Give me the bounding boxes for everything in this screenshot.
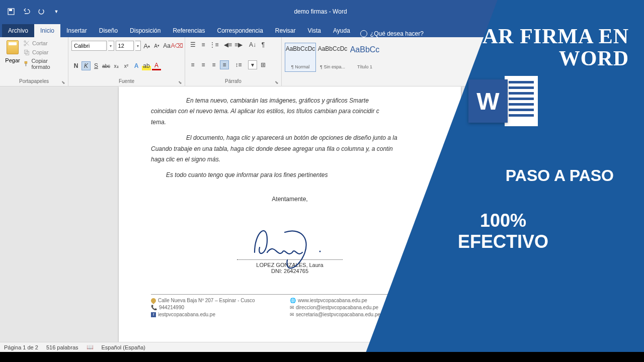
tab-insert[interactable]: Insertar xyxy=(60,24,93,37)
facebook-icon: f xyxy=(151,312,156,317)
chevron-down-icon[interactable]: ▾ xyxy=(108,41,114,51)
shrink-font-button[interactable]: A▾ xyxy=(152,41,161,50)
show-marks-button[interactable]: ¶ xyxy=(259,40,268,49)
tab-review[interactable]: Revisar xyxy=(269,24,302,37)
svg-point-9 xyxy=(319,251,321,252)
scissors-icon xyxy=(23,40,30,47)
svg-point-2 xyxy=(39,9,44,14)
font-size-select[interactable]: 12 xyxy=(116,41,134,51)
tab-help[interactable]: Ayuda xyxy=(327,24,356,37)
footer-fb: iestpvcopacabana.edu.pe xyxy=(158,312,215,317)
svg-rect-1 xyxy=(9,9,12,11)
font-color-button[interactable]: A xyxy=(152,61,161,70)
body-text: tema. xyxy=(151,118,429,127)
copy-icon xyxy=(23,49,30,56)
cut-button[interactable]: Cortar xyxy=(22,39,65,47)
justify-button[interactable]: ≡ xyxy=(220,60,229,69)
tell-me-label: ¿Qué desea hacer? xyxy=(370,30,424,37)
style-normal[interactable]: AaBbCcDc ¶ Normal xyxy=(285,43,316,72)
clipboard-label: Portapapeles xyxy=(3,78,65,85)
change-case-button[interactable]: Aa xyxy=(163,41,171,50)
language-indicator[interactable]: Español (España) xyxy=(102,344,145,350)
format-painter-button[interactable]: Copiar formato xyxy=(22,57,65,70)
line-spacing-button[interactable]: ↕≡ xyxy=(234,60,243,69)
redo-icon[interactable] xyxy=(37,8,45,16)
group-paragraph: ☰ ≡ ⋮≡ ◀≡ ≡▶ A↓ ¶ ≡ ≡ ≡ ≡ ↕≡ ▾ ⊞ xyxy=(185,37,282,86)
tab-design[interactable]: Diseño xyxy=(93,24,124,37)
tab-home[interactable]: Inicio xyxy=(34,24,60,37)
strike-button[interactable]: abc xyxy=(102,61,111,70)
paragraph-label: Párrafo xyxy=(188,78,278,85)
bulb-icon xyxy=(360,30,367,37)
page-indicator[interactable]: Página 1 de 2 xyxy=(4,344,38,350)
font-name-select[interactable]: Calibri xyxy=(71,41,107,51)
footer-email: direccion@iestpvcopacabana.edu.pe xyxy=(296,305,378,310)
svg-rect-7 xyxy=(25,61,27,63)
pin-icon xyxy=(150,297,157,304)
borders-button[interactable]: ⊞ xyxy=(259,60,268,69)
tab-layout[interactable]: Disposición xyxy=(124,24,167,37)
group-font: Calibri▾ 12▾ A▴ A▾ Aa A⌫ N K S abc x₂ x²… xyxy=(68,37,185,86)
paragraph-launcher-icon[interactable]: ⬊ xyxy=(275,80,280,85)
tab-file[interactable]: Archivo xyxy=(2,24,34,37)
word-count[interactable]: 516 palabras xyxy=(46,344,78,350)
copy-button[interactable]: Copiar xyxy=(22,48,65,56)
mail-icon: ✉ xyxy=(290,305,294,310)
multilevel-button[interactable]: ⋮≡ xyxy=(209,40,218,49)
spellcheck-icon[interactable]: 📖 xyxy=(87,344,94,350)
grow-font-button[interactable]: A▴ xyxy=(142,41,151,50)
subscript-button[interactable]: x₂ xyxy=(112,61,121,70)
align-center-button[interactable]: ≡ xyxy=(199,60,208,69)
phone-icon: 📞 xyxy=(151,305,157,310)
tab-mail[interactable]: Correspondencia xyxy=(211,24,269,37)
clipboard-icon xyxy=(7,40,19,54)
overlay-subtitle2: 100%EFECTIVO xyxy=(458,210,548,252)
tell-me-search[interactable]: ¿Qué desea hacer? xyxy=(360,30,424,37)
style-no-spacing[interactable]: AaBbCcDc ¶ Sin espa... xyxy=(317,43,348,72)
footer-email: secretaria@iestpvcopacabana.edu.pe xyxy=(296,312,380,317)
group-clipboard: Pegar Cortar Copiar Copiar formato Porta… xyxy=(0,37,68,86)
qat-dropdown-icon[interactable]: ▼ xyxy=(52,8,60,16)
svg-rect-8 xyxy=(26,63,27,66)
footer-web: www.iestpvcopacabana.edu.pe xyxy=(298,298,367,303)
black-border xyxy=(0,352,644,362)
body-text: haga clic en el signo más. xyxy=(151,155,429,164)
outdent-button[interactable]: ◀≡ xyxy=(223,40,232,49)
footer-address: Calle Nueva Baja Nº 207 – Espinar - Cusc… xyxy=(158,298,255,303)
tab-references[interactable]: Referencias xyxy=(167,24,211,37)
superscript-button[interactable]: x² xyxy=(122,61,131,70)
underline-button[interactable]: S xyxy=(92,61,101,70)
body-text: Es todo cuanto tengo que informar para l… xyxy=(151,171,429,179)
paste-button[interactable]: Pegar xyxy=(3,38,22,75)
brush-icon xyxy=(23,60,29,67)
signature-image xyxy=(239,212,340,278)
mail-icon: ✉ xyxy=(290,312,294,317)
sort-button[interactable]: A↓ xyxy=(248,40,257,49)
numbering-button[interactable]: ≡ xyxy=(199,40,208,49)
body-text: El documento, haga clic y aparecerá un b… xyxy=(151,134,429,142)
font-label: Fuente xyxy=(71,78,182,85)
tab-view[interactable]: Vista xyxy=(302,24,327,37)
save-icon[interactable] xyxy=(7,8,15,16)
shading-button[interactable]: ▾ xyxy=(248,60,257,69)
align-left-button[interactable]: ≡ xyxy=(188,60,197,69)
align-right-button[interactable]: ≡ xyxy=(209,60,218,69)
body-text: En tema nuevo, cambiarán las imágenes, g… xyxy=(151,97,429,105)
style-heading1[interactable]: AaBbCc Título 1 xyxy=(349,43,380,72)
word-logo: W xyxy=(468,79,538,126)
text-effects-button[interactable]: A xyxy=(132,61,141,70)
footer-phone: 944214990 xyxy=(159,305,184,310)
chevron-down-icon[interactable]: ▾ xyxy=(135,41,141,51)
italic-button[interactable]: K xyxy=(82,61,91,70)
bold-button[interactable]: N xyxy=(71,61,80,70)
body-text: Cuando trabaje en una tabla, haga clic d… xyxy=(151,145,429,153)
clear-format-button[interactable]: A⌫ xyxy=(173,41,182,50)
undo-icon[interactable] xyxy=(22,8,30,16)
quick-access-toolbar: ▼ xyxy=(0,8,67,16)
indent-button[interactable]: ≡▶ xyxy=(234,40,243,49)
clipboard-launcher-icon[interactable]: ⬊ xyxy=(61,80,66,85)
highlight-button[interactable]: ab xyxy=(142,61,151,70)
body-text: coincidan con el nuevo tema. Al aplicar … xyxy=(151,107,429,116)
bullets-button[interactable]: ☰ xyxy=(188,40,197,49)
font-launcher-icon[interactable]: ⬊ xyxy=(178,80,183,85)
